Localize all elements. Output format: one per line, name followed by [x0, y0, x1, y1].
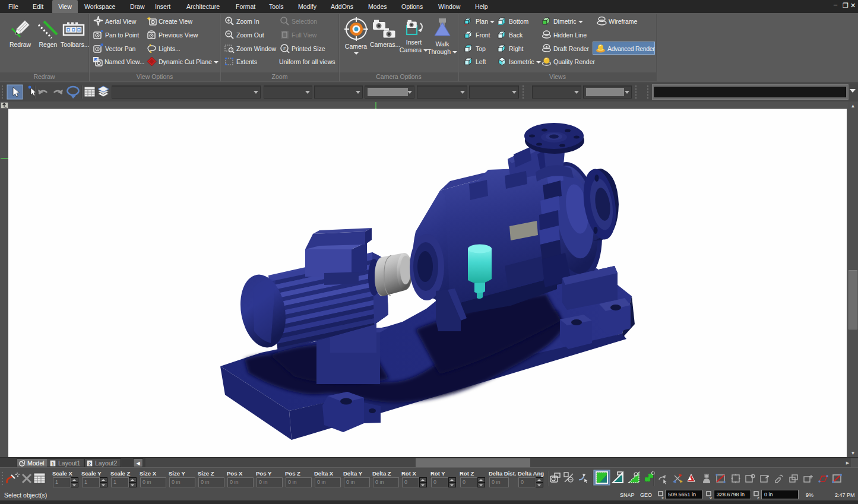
svg-text:y: y — [710, 495, 712, 499]
svg-text:x: x — [661, 495, 664, 499]
svg-text:1: 1 — [52, 461, 55, 467]
svg-text:#: # — [283, 46, 286, 51]
svg-text:z: z — [757, 495, 759, 499]
svg-text:2: 2 — [88, 461, 91, 467]
